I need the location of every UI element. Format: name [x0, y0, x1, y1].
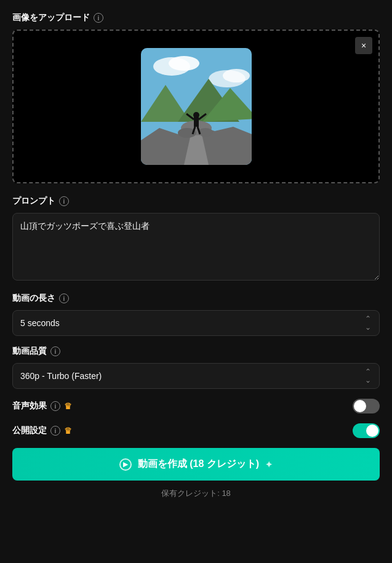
svg-rect-13 — [194, 117, 199, 127]
duration-info-icon[interactable]: i — [59, 293, 69, 303]
mountain-svg — [141, 48, 252, 165]
upload-label: 画像をアップロード — [12, 12, 90, 23]
upload-section-header: 画像をアップロード i — [12, 12, 380, 23]
audio-info-icon[interactable]: i — [50, 401, 60, 411]
upload-dropzone[interactable]: × — [12, 30, 380, 183]
audio-row: 音声効果 i ♛ — [12, 399, 380, 413]
prompt-textarea[interactable]: 山頂でガッツポーズで喜ぶ登山者 — [12, 213, 380, 281]
quality-section-header: 動画品質 i — [12, 346, 380, 357]
audio-toggle-knob — [354, 400, 366, 412]
svg-point-14 — [193, 112, 199, 118]
visibility-row: 公開設定 i ♛ — [12, 423, 380, 438]
clear-image-button[interactable]: × — [355, 37, 372, 54]
duration-section-header: 動画の長さ i — [12, 293, 380, 304]
visibility-toggle[interactable] — [353, 423, 380, 438]
audio-toggle[interactable] — [353, 399, 380, 413]
visibility-label-group: 公開設定 i ♛ — [12, 425, 72, 436]
quality-info-icon[interactable]: i — [50, 346, 60, 356]
sparkle-icon: ✦ — [265, 460, 273, 469]
upload-info-icon[interactable]: i — [94, 13, 103, 23]
quality-section: 動画品質 i 360p - Turbo (Faster) 720p - Stan… — [12, 346, 380, 389]
visibility-label: 公開設定 — [12, 425, 47, 436]
image-preview — [141, 48, 252, 165]
audio-crown-icon: ♛ — [64, 401, 72, 411]
main-container: 画像をアップロード i — [12, 12, 380, 499]
duration-label: 動画の長さ — [12, 293, 55, 304]
create-button[interactable]: ▶ 動画を作成 (18 クレジット) ✦ — [12, 448, 380, 481]
duration-select-wrapper: 5 seconds 10 seconds ⌃⌄ — [12, 310, 380, 336]
prompt-section-header: プロンプト i — [12, 196, 380, 207]
svg-point-12 — [198, 128, 213, 137]
audio-label-group: 音声効果 i ♛ — [12, 401, 72, 412]
quality-select-wrapper: 360p - Turbo (Faster) 720p - Standard 10… — [12, 363, 380, 389]
credits-label: 保有クレジット: 18 — [161, 489, 231, 498]
visibility-crown-icon: ♛ — [64, 426, 72, 436]
play-icon: ▶ — [119, 458, 132, 471]
svg-point-4 — [223, 69, 250, 82]
prompt-label: プロンプト — [12, 196, 55, 207]
credits-display: 保有クレジット: 18 — [12, 488, 380, 499]
visibility-info-icon[interactable]: i — [50, 426, 60, 436]
duration-section: 動画の長さ i 5 seconds 10 seconds ⌃⌄ — [12, 293, 380, 336]
svg-point-2 — [169, 56, 199, 71]
duration-select[interactable]: 5 seconds 10 seconds — [12, 310, 380, 336]
quality-label: 動画品質 — [12, 346, 47, 357]
create-button-label: 動画を作成 (18 クレジット) — [138, 458, 259, 471]
visibility-toggle-knob — [366, 425, 378, 437]
prompt-section: プロンプト i 山頂でガッツポーズで喜ぶ登山者 — [12, 196, 380, 283]
audio-label: 音声効果 — [12, 401, 47, 412]
quality-select[interactable]: 360p - Turbo (Faster) 720p - Standard 10… — [12, 363, 380, 389]
prompt-info-icon[interactable]: i — [59, 196, 69, 206]
